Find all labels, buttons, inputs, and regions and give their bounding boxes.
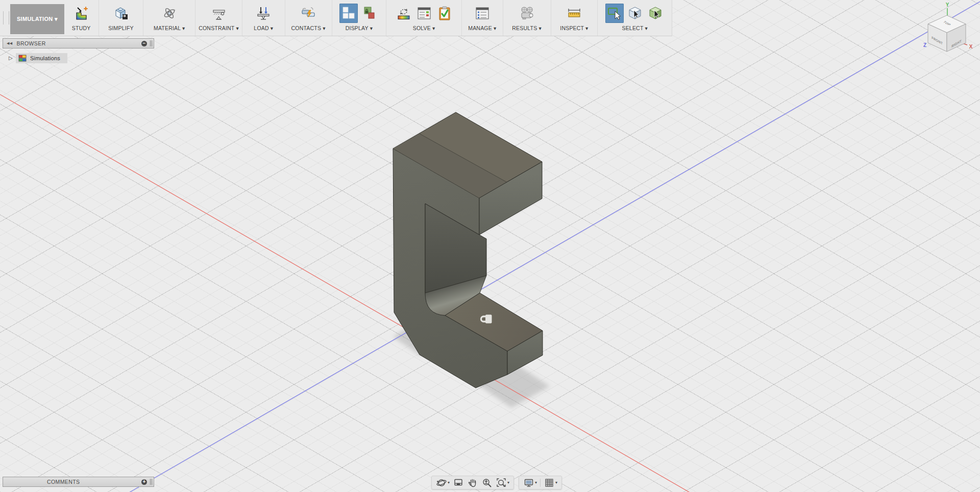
study-icon[interactable]: [72, 4, 90, 23]
load-label[interactable]: LOAD ▾: [254, 24, 273, 32]
constraint-label[interactable]: CONSTRAINT ▾: [199, 24, 239, 32]
browser-panel-header[interactable]: ◀◀ BROWSER −: [3, 38, 154, 48]
fit-icon[interactable]: ▾: [494, 477, 511, 489]
orbit-caret-icon[interactable]: ▾: [448, 480, 450, 485]
simplify-label[interactable]: SIMPLIFY: [108, 24, 133, 32]
3d-viewport[interactable]: TOP FRONT RIGHT Y Z X SIMULATION ▾: [0, 0, 980, 492]
constraint-icon[interactable]: [210, 4, 228, 23]
toolbar-group-display[interactable]: DISPLAY ▾: [332, 0, 387, 36]
simplify-icon[interactable]: [112, 4, 130, 23]
tree-item-label: Simulations: [30, 55, 60, 61]
browser-title: BROWSER: [17, 40, 46, 46]
solve-check-icon[interactable]: [435, 4, 454, 23]
scene-canvas: TOP FRONT RIGHT Y Z X: [0, 0, 980, 492]
toolbar-group-results[interactable]: RESULTS ▾: [503, 0, 551, 36]
toolbar-group-load[interactable]: LOAD ▾: [242, 0, 285, 36]
load-icon[interactable]: [254, 4, 273, 23]
navbar-display-group: ▾ ▾: [519, 476, 562, 489]
display-settings-caret-icon[interactable]: ▾: [535, 480, 537, 485]
results-icon[interactable]: [518, 4, 536, 23]
display-constrained-bodies-icon[interactable]: [360, 4, 378, 23]
solve-animate-icon[interactable]: [395, 4, 413, 23]
toolbar-group-manage[interactable]: MANAGE ▾: [462, 0, 503, 36]
display-label[interactable]: DISPLAY ▾: [346, 24, 373, 32]
contacts-icon[interactable]: [299, 4, 317, 23]
comments-title: COMMENTS: [47, 479, 80, 485]
comments-panel-header[interactable]: COMMENTS +: [3, 477, 154, 487]
toolbar-group-inspect[interactable]: INSPECT ▾: [551, 0, 598, 36]
toolbar-group-contacts[interactable]: CONTACTS ▾: [285, 0, 332, 36]
browser-minimize-icon[interactable]: −: [141, 41, 147, 46]
grid-settings-caret-icon[interactable]: ▾: [555, 480, 557, 485]
simulations-icon: [18, 55, 27, 62]
browser-tree-row: ▷ Simulations: [3, 52, 67, 64]
pan-icon[interactable]: [465, 477, 480, 489]
look-at-icon[interactable]: [451, 477, 465, 489]
toolbar-group-select[interactable]: SELECT ▾: [598, 0, 672, 36]
contacts-label[interactable]: CONTACTS ▾: [291, 24, 326, 32]
toolbar-group-simplify[interactable]: SIMPLIFY: [99, 0, 144, 36]
zoom-icon[interactable]: [480, 477, 494, 489]
solve-details-icon[interactable]: [415, 4, 433, 23]
select-window-icon[interactable]: [605, 4, 624, 23]
comments-resize-grip[interactable]: [150, 479, 152, 485]
viewcube-z-label: Z: [923, 42, 926, 48]
select-cube-icon[interactable]: [626, 4, 644, 23]
solve-label[interactable]: SOLVE ▾: [413, 24, 435, 32]
viewcube[interactable]: TOP FRONT RIGHT Y Z X: [923, 2, 973, 52]
toolbar-group-constraint[interactable]: CONSTRAINT ▾: [195, 0, 242, 36]
display-degrees-of-freedom-icon[interactable]: [339, 4, 358, 23]
browser-item-simulations[interactable]: Simulations: [16, 53, 67, 63]
select-solid-icon[interactable]: [646, 4, 665, 23]
navbar-separator: [540, 479, 541, 487]
study-label[interactable]: STUDY: [72, 24, 91, 32]
display-settings-icon[interactable]: ▾: [522, 477, 538, 489]
results-label[interactable]: RESULTS ▾: [512, 24, 542, 32]
workspace-switcher-button[interactable]: SIMULATION ▾: [10, 4, 64, 34]
navbar-view-group: ▾: [431, 476, 514, 489]
inspect-label[interactable]: INSPECT ▾: [560, 24, 588, 32]
comments-expand-icon[interactable]: +: [141, 479, 147, 485]
navigation-bar: ▾: [431, 476, 562, 489]
manage-label[interactable]: MANAGE ▾: [468, 24, 496, 32]
manage-icon[interactable]: [473, 4, 492, 23]
toolbar-group-material[interactable]: MATERIAL ▾: [143, 0, 195, 36]
fit-caret-icon[interactable]: ▾: [507, 480, 509, 485]
orbit-icon[interactable]: ▾: [434, 477, 451, 489]
material-label[interactable]: MATERIAL ▾: [154, 24, 185, 32]
toolbar-group-study[interactable]: STUDY: [64, 0, 99, 36]
browser-collapse-icon[interactable]: ◀◀: [7, 41, 13, 45]
browser-resize-grip[interactable]: [150, 40, 152, 46]
grid-settings-icon[interactable]: ▾: [542, 477, 559, 489]
select-label[interactable]: SELECT ▾: [622, 24, 647, 32]
viewcube-y-label: Y: [946, 2, 949, 8]
tree-expand-icon[interactable]: ▷: [9, 55, 16, 61]
z-axis-line: [0, 2, 980, 492]
toolbar-group-solve[interactable]: SOLVE ▾: [386, 0, 462, 36]
toolbar-grip[interactable]: [3, 11, 9, 24]
viewcube-x-label: X: [969, 44, 973, 50]
model-body[interactable]: [393, 112, 543, 388]
toolbar: SIMULATION ▾ STUDY: [0, 0, 672, 36]
inspect-measure-icon[interactable]: [565, 4, 583, 23]
material-icon[interactable]: [160, 4, 179, 23]
